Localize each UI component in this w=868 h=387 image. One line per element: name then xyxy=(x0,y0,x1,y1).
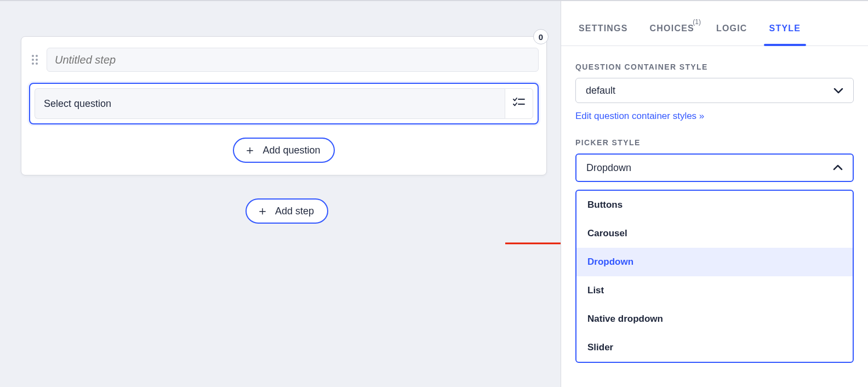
plus-icon: ＋ xyxy=(256,205,269,217)
option-label: Dropdown xyxy=(587,257,633,268)
picker-option-native-dropdown[interactable]: Native dropdown xyxy=(576,305,853,333)
container-style-label: QUESTION CONTAINER STYLE xyxy=(575,62,854,71)
tab-choices[interactable]: CHOICES (1) xyxy=(639,24,705,45)
question-block[interactable]: Select question xyxy=(29,83,539,124)
add-step-button[interactable]: ＋ Add step xyxy=(245,198,328,224)
option-label: Buttons xyxy=(587,200,623,210)
question-text-input[interactable]: Select question xyxy=(35,88,505,119)
question-count-badge: 0 xyxy=(533,29,549,44)
app-root: 0 Select question xyxy=(0,0,868,387)
question-placeholder: Select question xyxy=(44,98,111,110)
chevron-down-icon xyxy=(833,87,843,94)
picker-style-label: PICKER STYLE xyxy=(575,138,854,147)
option-label: Slider xyxy=(587,342,613,353)
option-label: Carousel xyxy=(587,228,627,239)
add-question-label: Add question xyxy=(262,145,320,156)
option-label: Native dropdown xyxy=(587,314,663,325)
picker-style-select[interactable]: Dropdown xyxy=(575,153,854,182)
tab-style[interactable]: STYLE xyxy=(758,24,812,45)
step-title-input[interactable] xyxy=(47,48,539,72)
tab-label: SETTINGS xyxy=(579,24,628,33)
drag-handle-icon[interactable] xyxy=(29,54,40,65)
tab-badge: (1) xyxy=(693,18,701,26)
question-type-button[interactable] xyxy=(505,88,533,119)
step-card: 0 Select question xyxy=(21,36,547,175)
plus-icon: ＋ xyxy=(244,144,256,156)
tab-label: STYLE xyxy=(769,24,801,33)
checklist-icon xyxy=(513,97,525,110)
tab-label: CHOICES xyxy=(650,24,694,33)
picker-style-value: Dropdown xyxy=(586,162,631,174)
picker-option-buttons[interactable]: Buttons xyxy=(576,191,853,219)
style-panel: QUESTION CONTAINER STYLE default Edit qu… xyxy=(561,46,868,379)
add-step-label: Add step xyxy=(275,206,314,217)
picker-option-carousel[interactable]: Carousel xyxy=(576,219,853,248)
picker-option-list[interactable]: List xyxy=(576,276,853,305)
tab-label: LOGIC xyxy=(716,24,747,33)
container-style-value: default xyxy=(586,85,615,96)
picker-option-slider[interactable]: Slider xyxy=(576,333,853,362)
tab-logic[interactable]: LOGIC xyxy=(705,24,758,45)
properties-sidebar: SETTINGS CHOICES (1) LOGIC STYLE QUESTIO… xyxy=(561,1,868,387)
step-title-row xyxy=(29,48,539,72)
container-style-select[interactable]: default xyxy=(575,78,854,103)
question-count-value: 0 xyxy=(539,32,543,42)
tab-settings[interactable]: SETTINGS xyxy=(568,24,639,45)
add-question-button[interactable]: ＋ Add question xyxy=(233,138,334,163)
picker-option-dropdown[interactable]: Dropdown xyxy=(576,248,853,276)
option-label: List xyxy=(587,285,604,296)
edit-container-styles-link[interactable]: Edit question container styles » xyxy=(575,111,704,122)
picker-style-dropdown-menu: Buttons Carousel Dropdown List Native dr… xyxy=(575,190,854,363)
sidebar-tabs: SETTINGS CHOICES (1) LOGIC STYLE xyxy=(561,1,868,46)
form-canvas: 0 Select question xyxy=(0,1,561,387)
annotation-arrow xyxy=(504,238,561,249)
chevron-up-icon xyxy=(833,164,843,171)
